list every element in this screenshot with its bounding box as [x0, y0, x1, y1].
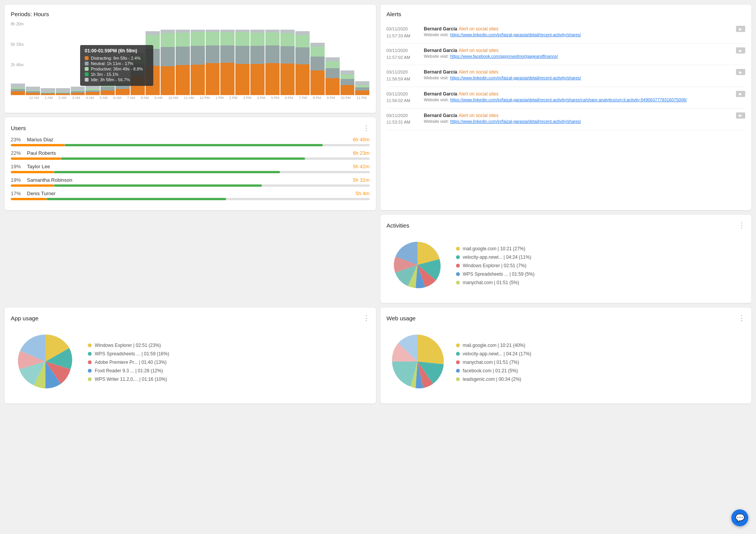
- bar-segment: [355, 90, 369, 95]
- users-card: Users ⋮ 23% Marius Diaz 6h 40m 22% Paul …: [5, 117, 376, 210]
- user-pct-3: 19%: [11, 177, 23, 183]
- alert-type-2: Alert on social sites: [459, 69, 498, 75]
- bar-segment: [325, 68, 340, 78]
- alert-url-0[interactable]: https://www.linkedin.com/in/faizal-garas…: [450, 32, 581, 37]
- tooltip-idle: Idle: 3h 58m - 56.7%: [85, 77, 149, 82]
- legend-dot-3: [456, 369, 460, 373]
- app-usage-pie: [11, 327, 80, 397]
- alert-video-icon-3[interactable]: ▶: [736, 91, 745, 97]
- bar-segment: [146, 31, 160, 35]
- legend-item-3: Foxit Reader 9.3 ... | 01:28 (12%): [88, 368, 169, 373]
- legend-label-4: manychat.com | 01:51 (5%): [463, 280, 520, 285]
- bar-segment: [265, 45, 280, 63]
- bar-segment: [176, 30, 190, 33]
- activities-pie: [387, 234, 448, 297]
- progress-bar-4: [11, 198, 370, 200]
- alert-type-4: Alert on social sites: [459, 113, 498, 118]
- bar-segment: [250, 64, 265, 95]
- tooltip-neutral: Neutral: 1h 11m - 17%: [85, 61, 149, 66]
- alert-content-4: Bernard Garcia Alert on social sites Web…: [424, 112, 732, 126]
- progress-green-2: [54, 171, 280, 173]
- bar-segment: [206, 32, 220, 45]
- alert-video-icon-1[interactable]: ▶: [736, 47, 745, 54]
- alert-video-icon-2[interactable]: ▶: [736, 69, 745, 75]
- alert-date-4: 03/11/202011:53:31 AM: [387, 112, 419, 126]
- bar-group-10: [161, 30, 175, 95]
- user-pct-4: 17%: [11, 191, 23, 196]
- user-pct-2: 19%: [11, 164, 23, 169]
- bar-segment: [220, 63, 235, 95]
- web-usage-more-icon[interactable]: ⋮: [738, 314, 745, 322]
- web-usage-pie-section: mail.google.com | 10:21 (40%) velocity-a…: [387, 327, 746, 397]
- legend-dot-0: [456, 247, 460, 251]
- bar-segment: [56, 94, 70, 95]
- bar-group-12: [191, 30, 205, 95]
- progress-orange-0: [11, 144, 65, 146]
- progress-orange-3: [11, 184, 54, 187]
- bar-group-16: [250, 30, 265, 95]
- alert-name-3: Bernard Garcia: [424, 91, 458, 97]
- alert-video-icon-4[interactable]: ▶: [736, 112, 745, 119]
- legend-item-1: velocity-app.newt... | 04:24 (17%): [456, 351, 531, 357]
- legend-dot-0: [88, 343, 92, 347]
- bar-group-19: [295, 30, 310, 95]
- progress-green-1: [61, 157, 305, 160]
- activities-more-icon[interactable]: ⋮: [738, 221, 745, 229]
- alert-url-3[interactable]: https://www.linkedin.com/in/faizal-garas…: [450, 97, 687, 102]
- bar-segment: [11, 91, 25, 95]
- alert-content-2: Bernard Garcia Alert on social sites Web…: [424, 69, 732, 82]
- legend-label-4: WPS Writer 11.2,0,... | 01:16 (10%): [95, 377, 167, 382]
- bar-chart-area: 8h 20m 5h 33m 2h 46m 0h 0m [ [5,3,2,15],…: [11, 22, 370, 107]
- app-usage-card: App usage ⋮: [5, 308, 376, 403]
- bar-group-21: [325, 30, 340, 95]
- progress-bar-2: [11, 171, 370, 173]
- bar-segment: [220, 30, 235, 32]
- progress-green-0: [65, 144, 323, 146]
- bar-segment: [161, 47, 175, 66]
- web-usage-card: Web usage ⋮: [381, 308, 752, 403]
- periods-title: Periods: Hours: [11, 11, 370, 17]
- alert-static-4: Website visit:: [424, 119, 449, 124]
- web-usage-header: Web usage ⋮: [387, 314, 746, 322]
- bar-segment: [11, 84, 25, 87]
- progress-bar-3: [11, 184, 370, 187]
- legend-label-1: WPS Spreadsheets ... | 01:59 (16%): [95, 351, 169, 357]
- app-usage-more-icon[interactable]: ⋮: [363, 314, 370, 322]
- progress-orange-1: [11, 157, 61, 160]
- bar-segment: [71, 87, 85, 90]
- alert-url-2[interactable]: https://www.linkedin.com/in/faizal-garas…: [450, 75, 581, 80]
- app-usage-pie-section: Windows Explorer | 02:51 (23%) WPS Sprea…: [11, 327, 370, 397]
- bar-segment: [41, 94, 55, 95]
- bar-segment: [280, 30, 295, 33]
- users-title: Users: [11, 125, 26, 131]
- alert-url-4[interactable]: https://www.linkedin.com/in/faizal-garas…: [450, 119, 581, 124]
- bar-group-17: [265, 30, 280, 95]
- bar-group-22: [340, 30, 355, 95]
- bar-segment: [26, 93, 40, 95]
- users-more-icon[interactable]: ⋮: [363, 124, 370, 132]
- bar-group-18: [280, 30, 295, 95]
- legend-item-0: mail.google.com | 10:21 (40%): [456, 343, 531, 348]
- bar-segment: [191, 32, 205, 46]
- legend-item-3: facebook.com | 01:21 (5%): [456, 368, 531, 373]
- bar-segment: [235, 32, 250, 46]
- activities-legend: mail.google.com | 10:21 (27%) velocity-a…: [456, 246, 535, 285]
- alert-url-1[interactable]: https://www.facebook.com/approvedmortgag…: [450, 54, 558, 59]
- alert-video-icon-0[interactable]: ▶: [736, 26, 745, 32]
- app-usage-header: App usage ⋮: [11, 314, 370, 322]
- legend-label-2: Adobe Premiere Pr... | 01:40 (13%): [95, 360, 167, 365]
- bar-segment: [191, 46, 205, 65]
- bar-group-2: [41, 30, 55, 95]
- user-info-1: 22% Paul Roberts 6h 23m: [11, 150, 370, 156]
- bar-segment: [280, 46, 295, 64]
- bar-segment: [26, 87, 40, 90]
- user-info-0: 23% Marius Diaz 6h 40m: [11, 137, 370, 142]
- legend-item-0: Windows Explorer | 02:51 (23%): [88, 343, 169, 348]
- legend-item-4: leadsgenic.com | 00:34 (2%): [456, 377, 531, 382]
- user-time-4: 5h 4m: [355, 191, 369, 196]
- bar-segment: [295, 31, 310, 35]
- alert-name-0: Bernard Garcia: [424, 26, 458, 32]
- alert-date-0: 03/11/202011:57:33 AM: [387, 26, 419, 39]
- alert-type-3: Alert on social sites: [459, 91, 498, 97]
- legend-dot-1: [88, 352, 92, 356]
